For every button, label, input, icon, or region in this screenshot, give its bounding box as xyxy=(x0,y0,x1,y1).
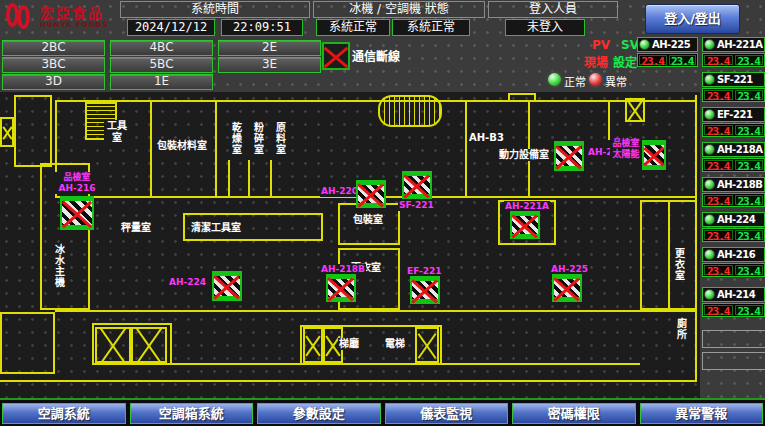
floor-button-2bc[interactable]: 2BC xyxy=(2,40,105,56)
system-time-label: 系統時間 xyxy=(120,1,310,18)
floor-button-3d[interactable]: 3D xyxy=(2,74,105,90)
status-light-icon xyxy=(704,289,715,300)
marker-label: AH-224 xyxy=(168,277,207,288)
plan-wall xyxy=(0,380,697,382)
login-logout-button[interactable]: 登入/登出 xyxy=(645,4,740,34)
nav-button-alarm[interactable]: 異常警報 xyxy=(640,403,764,424)
ahu-marker-ah-214[interactable] xyxy=(554,141,584,171)
plan-bump xyxy=(508,93,536,102)
ahu-marker-sf-221[interactable] xyxy=(402,171,432,199)
unit-name: AH-221A xyxy=(717,39,762,50)
ahu-marker-solar[interactable] xyxy=(642,140,666,170)
stairs-x-icon xyxy=(95,327,131,363)
login-user-value: 未登入 xyxy=(505,19,585,36)
unit-name: SF-221 xyxy=(717,74,753,85)
floor-button-4bc[interactable]: 4BC xyxy=(110,40,213,56)
unit-name: AH-214 xyxy=(717,289,755,300)
unit-block-ah-221a[interactable]: AH-221A 23.4 23.4 xyxy=(702,37,765,67)
unit-block-ah-225[interactable]: AH-225 23.4 23.4 xyxy=(637,37,698,67)
status-light-icon xyxy=(704,109,715,120)
nav-button-parameter-settings[interactable]: 參數設定 xyxy=(257,403,381,424)
room-label: 廁所 xyxy=(674,318,688,340)
ahu-marker-ah-220a[interactable] xyxy=(356,180,386,208)
bottom-nav-bar: 空調系統 空調箱系統 參數設定 儀表監視 密碼權限 異常警報 xyxy=(0,398,765,426)
hmi-screen: 宏亞食品 HUNYA FOODS 系統時間 2024/12/12 22:09:5… xyxy=(0,0,765,426)
room-label: 秤量室 xyxy=(120,222,152,234)
unit-block-ah-218a[interactable]: AH-218A 23.4 23.4 xyxy=(702,142,765,172)
plan-wall xyxy=(215,100,217,198)
disconnect-legend-label: 通信斷線 xyxy=(352,47,400,64)
status-light-icon xyxy=(639,39,650,50)
unit-sv-value: 23.4 xyxy=(735,160,764,170)
unit-name: AH-218B xyxy=(717,179,762,190)
unit-name: AH-225 xyxy=(652,39,690,50)
unit-pv-value: 23.4 xyxy=(704,90,733,100)
floor-button-5bc[interactable]: 5BC xyxy=(110,57,213,73)
ahu-marker-ah-224[interactable] xyxy=(212,271,242,301)
status-light-icon xyxy=(704,214,715,225)
room-label: 原料室 xyxy=(273,122,287,155)
brand-logo: 宏亞食品 HUNYA FOODS xyxy=(6,3,108,31)
unit-sv-value: 23.4 xyxy=(735,265,764,275)
normal-light-icon xyxy=(546,71,563,88)
floor-button-3bc[interactable]: 3BC xyxy=(2,57,105,73)
machine-status-label: 冰機 / 空調機 狀態 xyxy=(313,1,485,18)
nav-button-ac-system[interactable]: 空調系統 xyxy=(2,403,126,424)
unit-block-ah-218b[interactable]: AH-218B 23.4 23.4 xyxy=(702,177,765,207)
plan-wall xyxy=(465,100,467,198)
unit-sv-value: 23.4 xyxy=(735,125,764,135)
floor-button-1e[interactable]: 1E xyxy=(110,74,213,90)
room-label: 更衣室 xyxy=(672,248,686,281)
unit-name: AH-224 xyxy=(717,214,755,225)
nav-button-meter-monitor[interactable]: 儀表監視 xyxy=(385,403,509,424)
unit-pv-value: 23.4 xyxy=(704,230,733,240)
abnormal-legend-label: 異常 xyxy=(605,73,627,89)
ahu-marker-ah-216[interactable] xyxy=(60,196,94,230)
ahu-marker-ah-218b[interactable] xyxy=(326,274,356,302)
room-label: 包裝材料室 xyxy=(156,140,208,152)
floor-button-3e[interactable]: 3E xyxy=(218,57,321,73)
marker-label: SF-221 xyxy=(398,200,435,211)
room-label: 乾燥室 xyxy=(229,122,243,155)
unit-pv-value: 23.4 xyxy=(704,195,733,205)
room-label: 電梯 xyxy=(384,338,406,350)
room-label: 粉碎室 xyxy=(251,122,265,155)
status-light-icon xyxy=(704,179,715,190)
plan-wall xyxy=(150,100,152,198)
login-user-label: 登入人員 xyxy=(488,1,618,18)
unit-sv-value: 23.4 xyxy=(669,55,697,65)
room-label: 工具室 xyxy=(104,120,130,143)
room-label: 梯廳 xyxy=(338,338,360,350)
plan-wall xyxy=(170,363,640,365)
plan-wall xyxy=(55,310,697,312)
sv-row-label: 設定 xyxy=(613,53,637,70)
pv-row-label: 現場 xyxy=(584,53,608,70)
ahu-marker-ef-221[interactable] xyxy=(410,276,440,304)
system-time-value: 22:09:51 xyxy=(221,19,303,36)
nav-button-password-auth[interactable]: 密碼權限 xyxy=(512,403,636,424)
marker-label: 品檢室AH-216 xyxy=(46,172,108,194)
stairs-x-icon xyxy=(415,327,439,363)
escalator-icon xyxy=(378,95,442,127)
unit-block-ah-216[interactable]: AH-216 23.4 23.4 xyxy=(702,247,765,277)
nav-button-ahu-system[interactable]: 空調箱系統 xyxy=(130,403,254,424)
plan-room xyxy=(0,312,55,374)
unit-pv-value: 23.4 xyxy=(704,160,733,170)
normal-legend-label: 正常 xyxy=(564,73,586,89)
unit-sv-value: 23.4 xyxy=(735,55,764,65)
chiller-status-value: 系統正常 xyxy=(316,19,390,36)
unit-block-ah-214[interactable]: AH-214 23.4 23.4 xyxy=(702,287,765,317)
unit-block-ah-224[interactable]: AH-224 23.4 23.4 xyxy=(702,212,765,242)
system-date-value: 2024/12/12 xyxy=(127,19,215,36)
abnormal-light-icon xyxy=(587,71,604,88)
floor-button-2e[interactable]: 2E xyxy=(218,40,321,56)
hunya-logo-icon xyxy=(6,3,36,31)
unit-block-ef-221[interactable]: EF-221 23.4 23.4 xyxy=(702,107,765,137)
ahu-marker-ah-225[interactable] xyxy=(552,274,582,302)
plan-left-tower xyxy=(14,95,52,167)
room-label: 動力設備室 xyxy=(498,149,550,161)
unit-block-sf-221[interactable]: SF-221 23.4 23.4 xyxy=(702,72,765,102)
plan-wall xyxy=(270,160,272,198)
ahu-marker-ah-221a[interactable] xyxy=(510,211,540,239)
empty-unit-slot xyxy=(702,330,765,348)
